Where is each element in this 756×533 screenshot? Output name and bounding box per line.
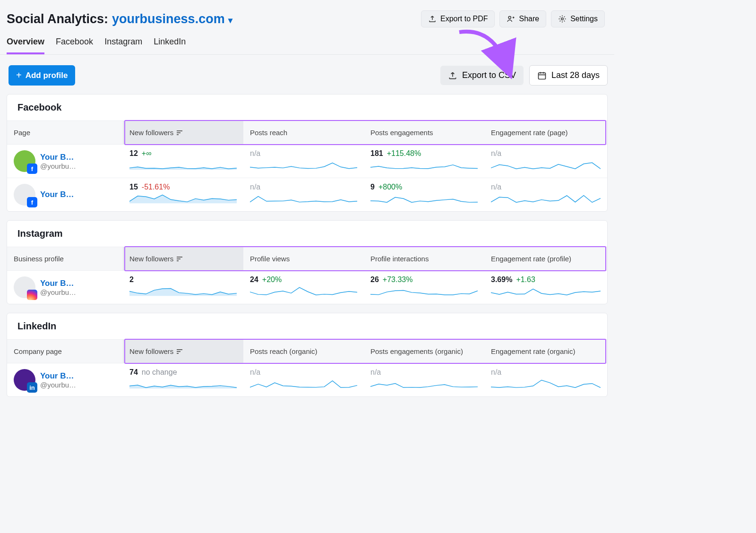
sort-desc-icon [176,130,183,136]
sparkline [491,286,601,296]
column-headers: Page New followers Posts reach Posts eng… [7,120,607,145]
metric-na: n/a [491,368,501,377]
metric-value: 181 [370,149,383,158]
col-engagement-rate[interactable]: Engagement rate (profile) [484,247,607,270]
metric-na: n/a [370,368,381,377]
sort-desc-icon [176,349,183,354]
sparkline [370,378,478,389]
col-engagement-rate[interactable]: Engagement rate (organic) [484,340,607,363]
gear-icon [558,15,567,23]
user-plus-icon [507,15,515,23]
table-row: f Your B… 15-51.61% n/a 9+800% n/a [7,178,607,211]
facebook-badge-icon: f [27,163,37,174]
col-engagements[interactable]: Posts engagements (organic) [364,340,484,363]
metric-delta: -51.61% [142,183,170,191]
metric-delta: +115.48% [387,149,421,158]
sparkline [250,193,357,204]
profile-name: Your B… [40,190,74,199]
avatar [14,276,35,298]
tab-facebook[interactable]: Facebook [56,37,93,54]
metric-na: n/a [250,368,260,377]
section-title: LinkedIn [7,313,607,339]
sparkline [129,286,237,296]
metric-value: 15 [129,183,138,191]
avatar: in [14,369,35,391]
linkedin-section: LinkedIn Company page New followers Post… [7,313,608,397]
linkedin-badge-icon: in [27,382,37,393]
add-profile-button[interactable]: + Add profile [9,65,75,86]
profile-cell[interactable]: f Your B… [7,178,123,211]
col-reach[interactable]: Posts reach (organic) [243,340,364,363]
sparkline [491,378,601,389]
col-page[interactable]: Page [7,121,123,144]
svg-rect-2 [538,73,545,79]
section-title: Facebook [7,95,607,120]
metric-value: 2 [129,275,134,284]
col-engagement-rate[interactable]: Engagement rate (page) [484,121,607,144]
metric-na: n/a [491,183,501,191]
metric-na: n/a [250,149,260,158]
col-posts-reach[interactable]: Posts reach [243,121,364,144]
page-title: Social Analytics: yourbusiness.com ▾ [7,12,232,26]
metric-cell: n/a [243,363,364,396]
export-pdf-button[interactable]: Export to PDF [421,10,495,27]
metric-cell: n/a [484,178,607,211]
table-row: Your B… @yourbu… 2 24+20% 26+73.33% 3.69… [7,271,607,304]
metric-cell: n/a [364,363,484,396]
col-company[interactable]: Company page [7,340,123,363]
plus-icon: + [16,70,22,81]
main-tabs: Overview Facebook Instagram LinkedIn [0,31,614,55]
facebook-section: Facebook Page New followers Posts reach … [7,94,608,212]
section-title: Instagram [7,221,607,247]
col-new-followers[interactable]: New followers [123,340,243,363]
share-button[interactable]: Share [499,10,546,27]
metric-cell: 9+800% [364,178,484,211]
sparkline [491,160,601,170]
metric-delta: +800% [378,183,402,191]
sparkline [250,286,357,296]
metric-value: 26 [370,275,379,284]
settings-button[interactable]: Settings [551,10,605,27]
facebook-badge-icon: f [27,197,37,207]
column-headers: Company page New followers Posts reach (… [7,339,607,363]
tab-linkedin[interactable]: LinkedIn [154,37,186,54]
sparkline [370,286,478,296]
avatar: f [14,184,35,206]
sort-desc-icon [176,256,183,262]
metric-cell: 24+20% [243,271,364,304]
sparkline [370,160,478,170]
profile-cell[interactable]: f Your B… @yourbu… [7,145,123,178]
metric-na: n/a [491,149,501,158]
column-headers: Business profile New followers Profile v… [7,247,607,271]
date-range-button[interactable]: Last 28 days [529,65,608,86]
upload-icon [428,15,437,23]
sparkline [129,193,237,204]
col-profile-views[interactable]: Profile views [243,247,364,270]
metric-delta: +1.63 [516,275,535,284]
col-profile[interactable]: Business profile [7,247,123,270]
metric-value: 24 [250,275,258,284]
export-csv-button[interactable]: Export to CSV [440,66,524,85]
col-interactions[interactable]: Profile interactions [364,247,484,270]
metric-cell: n/a [243,178,364,211]
domain-selector[interactable]: yourbusiness.com ▾ [112,12,232,26]
profile-cell[interactable]: Your B… @yourbu… [7,271,123,304]
calendar-icon [537,71,547,80]
metric-cell: 181+115.48% [364,145,484,178]
metric-delta: +73.33% [383,275,413,284]
tab-instagram[interactable]: Instagram [104,37,142,54]
col-posts-engagements[interactable]: Posts engagements [364,121,484,144]
metric-value: 12 [129,149,138,158]
metric-cell: n/a [243,145,364,178]
svg-point-1 [561,18,564,20]
metric-cell: 2 [123,271,243,304]
table-row: in Your B… @yourbu… 74no change n/a n/a … [7,363,607,396]
upload-icon [448,71,457,80]
col-new-followers[interactable]: New followers [123,121,243,144]
profile-name: Your B… [40,153,76,162]
avatar: f [14,150,35,172]
metric-cell: n/a [484,145,607,178]
profile-cell[interactable]: in Your B… @yourbu… [7,363,123,396]
tab-overview[interactable]: Overview [7,37,44,54]
col-new-followers[interactable]: New followers [123,247,243,270]
